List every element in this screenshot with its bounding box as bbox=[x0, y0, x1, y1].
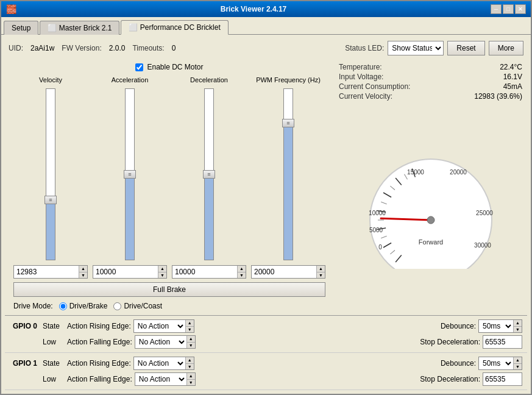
deceleration-down[interactable]: ▼ bbox=[238, 272, 246, 279]
velocity-slider-group: Velocity ≡ bbox=[13, 76, 88, 263]
deceleration-track: ≡ bbox=[204, 88, 214, 260]
speedometer: 0 5000 10000 15000 20000 bbox=[339, 103, 522, 313]
status-led-select[interactable]: Show Status bbox=[388, 41, 443, 55]
uid-value: 2aAi1w bbox=[30, 44, 54, 52]
sliders-container: Velocity ≡ Acceleration ≡ bbox=[7, 74, 332, 265]
velocity-track: ≡ bbox=[46, 88, 55, 260]
gpio-1-state-row: GPIO 1 State Action Rising Edge: No Acti… bbox=[5, 355, 527, 371]
status-led-section: Status LED: Show Status Reset More bbox=[345, 41, 523, 55]
gpio-0-falling-select[interactable]: No Action bbox=[135, 336, 186, 348]
deceleration-thumb[interactable]: ≡ bbox=[203, 170, 215, 179]
drive-mode-label: Drive Mode: bbox=[13, 302, 53, 310]
gpio-1-rising-select[interactable]: No Action bbox=[134, 357, 185, 369]
gpio-1-debounce-down[interactable]: ▼ bbox=[514, 364, 522, 370]
enable-dc-motor-checkbox[interactable] bbox=[135, 63, 143, 71]
svg-text:30000: 30000 bbox=[474, 242, 491, 249]
gpio-1-debounce-select-wrap[interactable]: 50ms ▲ ▼ bbox=[478, 357, 522, 370]
deceleration-up[interactable]: ▲ bbox=[238, 266, 246, 272]
status-led-dropdown[interactable]: Show Status bbox=[388, 41, 444, 55]
gpio-1-rising-label: Action Rising Edge: bbox=[67, 359, 131, 368]
gpio-1-decel-input-wrap[interactable]: ▲ ▼ bbox=[483, 372, 522, 386]
gpio-0-rising-down[interactable]: ▼ bbox=[186, 327, 194, 333]
pwm-up[interactable]: ▲ bbox=[317, 266, 325, 272]
full-brake-button[interactable]: Full Brake bbox=[13, 282, 325, 297]
gpio-0-debounce-select[interactable]: 50ms bbox=[479, 320, 513, 332]
tab-bar: Setup ⬜ Master Brick 2.1 ⬜ Performance D… bbox=[1, 17, 531, 35]
gpio-1-low: Low bbox=[43, 375, 61, 383]
gpio-0-rising-select[interactable]: No Action bbox=[134, 320, 185, 332]
velocity-up[interactable]: ▲ bbox=[79, 266, 87, 272]
gpio-0-stopdecel-wrap: Stop Deceleration: ▲ ▼ bbox=[420, 335, 522, 349]
gpio-1-falling-select[interactable]: No Action bbox=[135, 373, 186, 385]
drive-coast-radio[interactable] bbox=[113, 302, 121, 310]
deceleration-slider-group: Deceleration ≡ bbox=[172, 76, 246, 263]
gpio-0-decel-input[interactable] bbox=[483, 336, 531, 348]
gpio-1-decel-input[interactable] bbox=[483, 373, 531, 385]
gpio-0-falling-select-wrap[interactable]: No Action ▲ ▼ bbox=[135, 335, 196, 349]
temperature-label: Temperature: bbox=[339, 63, 439, 71]
gpio-0-decel-input-wrap[interactable]: ▲ ▼ bbox=[483, 335, 522, 349]
gpio-0-debounce-select-wrap[interactable]: 50ms ▲ ▼ bbox=[478, 319, 522, 333]
drive-coast-option[interactable]: Drive/Coast bbox=[113, 302, 162, 310]
pwm-down[interactable]: ▼ bbox=[317, 272, 325, 279]
gpio-0-block: GPIO 0 State Action Rising Edge: No Acti… bbox=[5, 316, 527, 353]
gpio-0-rising-up[interactable]: ▲ bbox=[186, 320, 194, 327]
gpio-0-debounce-wrap: Debounce: 50ms ▲ ▼ bbox=[441, 319, 522, 333]
deceleration-input[interactable] bbox=[172, 266, 237, 278]
maximize-button[interactable]: □ bbox=[503, 4, 514, 14]
gpio-0-rising-select-wrap[interactable]: No Action ▲ ▼ bbox=[133, 319, 194, 333]
gpio-1-falling-up[interactable]: ▲ bbox=[187, 373, 195, 380]
velocity-input[interactable] bbox=[14, 266, 79, 278]
svg-text:15000: 15000 bbox=[407, 169, 424, 176]
current-consumption-label: Current Consumption: bbox=[339, 82, 439, 91]
gpio-1-falling-select-wrap[interactable]: No Action ▲ ▼ bbox=[135, 372, 196, 386]
svg-text:5000: 5000 bbox=[369, 227, 383, 233]
status-led-label: Status LED: bbox=[345, 44, 384, 52]
gpio-1-falling-down[interactable]: ▼ bbox=[187, 380, 195, 386]
velocity-down[interactable]: ▼ bbox=[79, 272, 87, 279]
acceleration-input[interactable] bbox=[93, 266, 158, 278]
gpio-1-falling-label: Action Falling Edge: bbox=[67, 375, 132, 383]
reset-button[interactable]: Reset bbox=[447, 41, 484, 55]
drive-brake-radio[interactable] bbox=[59, 302, 67, 310]
acceleration-up[interactable]: ▲ bbox=[158, 266, 166, 272]
main-body: Enable DC Motor Velocity ≡ Acceleratio bbox=[5, 58, 527, 315]
pwm-input[interactable] bbox=[252, 266, 316, 278]
main-window: 🧱 Brick Viewer 2.4.17 ─ □ ✕ Setup ⬜ Mast… bbox=[0, 0, 532, 395]
gpio-0-falling-down[interactable]: ▼ bbox=[187, 343, 195, 349]
tab-setup[interactable]: Setup bbox=[4, 21, 38, 35]
deceleration-input-wrap: ▲ ▼ bbox=[172, 265, 246, 279]
gpio-0-low: Low bbox=[43, 338, 61, 346]
acceleration-thumb[interactable]: ≡ bbox=[124, 170, 136, 179]
pwm-track: ≡ bbox=[283, 88, 293, 260]
gpio-1-stopdecel-wrap: Stop Deceleration: ▲ ▼ bbox=[420, 372, 522, 386]
gpio-0-label: GPIO 0 bbox=[10, 322, 40, 330]
gpio-0-falling-up[interactable]: ▲ bbox=[187, 336, 195, 343]
gpio-0-debounce-spin: ▲ ▼ bbox=[513, 320, 522, 332]
gpio-1-debounce-wrap: Debounce: 50ms ▲ ▼ bbox=[441, 357, 522, 370]
gpio-0-state-row: GPIO 0 State Action Rising Edge: No Acti… bbox=[5, 318, 527, 334]
gpio-1-debounce-select[interactable]: 50ms bbox=[479, 357, 513, 369]
enable-dc-motor-row: Enable DC Motor bbox=[7, 60, 332, 74]
acceleration-down[interactable]: ▼ bbox=[158, 272, 166, 279]
minimize-button[interactable]: ─ bbox=[491, 4, 502, 14]
tab-performance-dc[interactable]: ⬜ Performance DC Bricklet bbox=[121, 20, 228, 35]
gpio-1-rising-down[interactable]: ▼ bbox=[186, 364, 194, 370]
gpio-1-rising-up[interactable]: ▲ bbox=[186, 357, 194, 364]
drive-brake-option[interactable]: Drive/Brake bbox=[59, 302, 108, 310]
more-button[interactable]: More bbox=[489, 41, 523, 55]
close-button[interactable]: ✕ bbox=[515, 4, 526, 14]
uid-label: UID: bbox=[9, 44, 23, 52]
enable-dc-motor-label: Enable DC Motor bbox=[147, 63, 203, 71]
gpio-0-debounce-down[interactable]: ▼ bbox=[514, 327, 522, 333]
pwm-thumb[interactable]: ≡ bbox=[282, 119, 294, 127]
gpio-0-debounce-up[interactable]: ▲ bbox=[514, 320, 522, 327]
gpio-1-rising-select-wrap[interactable]: No Action ▲ ▼ bbox=[133, 357, 194, 370]
gpio-1-block: GPIO 1 State Action Rising Edge: No Acti… bbox=[5, 353, 527, 390]
gpio-1-debounce-up[interactable]: ▲ bbox=[514, 357, 522, 364]
tab-master-brick[interactable]: ⬜ Master Brick 2.1 bbox=[40, 21, 119, 35]
window-controls: ─ □ ✕ bbox=[491, 4, 526, 14]
velocity-thumb[interactable]: ≡ bbox=[44, 196, 57, 204]
window-title: Brick Viewer 2.4.17 bbox=[16, 5, 491, 13]
pwm-slider-group: PWM Frequency (Hz) ≡ bbox=[251, 76, 325, 263]
